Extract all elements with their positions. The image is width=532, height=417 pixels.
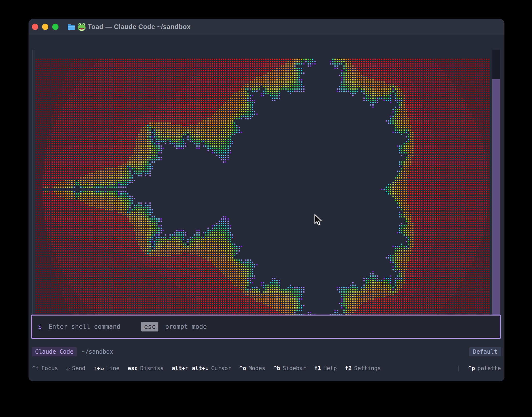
esc-key-hint: esc [141, 322, 158, 332]
prompt-mode-label: prompt mode [165, 323, 207, 330]
shortcut-palette: ^ppalette [468, 365, 501, 371]
window-title: Toad — Claude Code ~/sandbox [88, 19, 191, 35]
shortcut-send: ↵Send [66, 365, 85, 371]
prompt-symbol: $ [38, 323, 42, 330]
left-gutter [32, 50, 33, 322]
input-placeholder: Enter shell command [49, 323, 120, 330]
shortcut-cursor: alt+↑ alt+↓Cursor [172, 365, 231, 371]
close-button[interactable] [32, 24, 38, 30]
shortcut-dismiss: escDismiss [128, 365, 163, 371]
terminal-output [29, 35, 504, 315]
title-icons [67, 22, 86, 33]
app-badge: Claude Code [32, 347, 77, 356]
fractal-canvas [35, 58, 490, 321]
theme-badge[interactable]: Default [469, 347, 501, 356]
shortcut-settings: f2Settings [345, 365, 381, 371]
traffic-lights [32, 24, 58, 30]
folder-icon [67, 23, 76, 32]
shortcut-line: ⇧+↵Line [94, 365, 119, 371]
shortcut-sidebar: ^bSidebar [273, 365, 306, 371]
terminal-window: Toad — Claude Code ~/sandbox $ Enter she… [29, 19, 504, 381]
shortcuts-bar: ^fFocus ↵Send ⇧+↵Line escDismiss alt+↑ a… [32, 362, 501, 374]
zoom-button[interactable] [52, 24, 58, 30]
minimize-button[interactable] [42, 24, 48, 30]
shell-input[interactable]: $ Enter shell command esc prompt mode [31, 314, 501, 339]
shortcut-focus: ^fFocus [32, 365, 58, 371]
scrollbar-thumb[interactable] [492, 79, 500, 320]
frog-icon [77, 22, 86, 33]
cwd-path: ~/sandbox [82, 348, 113, 355]
shortcuts-divider: | [457, 365, 460, 371]
titlebar: Toad — Claude Code ~/sandbox [29, 19, 504, 35]
shortcut-modes: ^oModes [239, 365, 265, 371]
statusbar: Claude Code ~/sandbox Default [32, 346, 501, 358]
shortcut-help: f1Help [314, 365, 337, 371]
